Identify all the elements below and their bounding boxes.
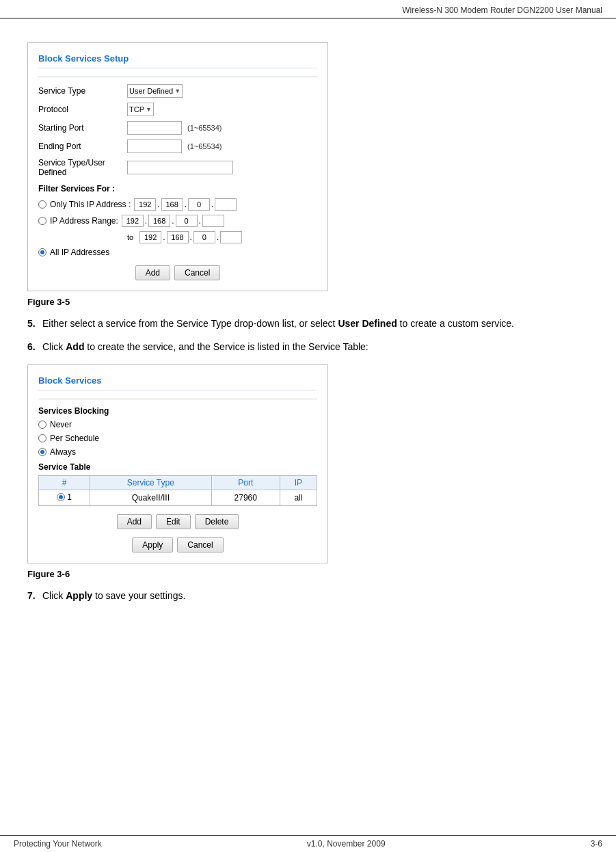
page-header: Wireless-N 300 Modem Router DGN2200 User… [0, 0, 616, 18]
step5-bold: User Defined [338, 318, 397, 329]
table-header-row: # Service Type Port IP [39, 476, 317, 490]
starting-port-control: (1~65534) [127, 121, 222, 135]
ip1-oct3[interactable] [188, 198, 210, 211]
figure5-button-row: Add Cancel [38, 265, 317, 280]
protocol-value: TCP [129, 105, 144, 114]
ip3-oct2[interactable] [167, 231, 189, 243]
ip2-oct4[interactable] [202, 215, 224, 227]
service-user-defined-input[interactable] [127, 161, 233, 174]
per-schedule-row: Per Schedule [38, 434, 317, 443]
figure6-apply-button[interactable]: Apply [132, 537, 173, 553]
step7-text-end: to save your settings. [92, 590, 185, 601]
all-ip-row: All IP Addresses [38, 248, 317, 257]
col-port: Port [211, 476, 280, 490]
service-type-arrow: ▼ [174, 88, 180, 94]
figure-6-title: Block Services [38, 375, 317, 390]
starting-port-hint: (1~65534) [187, 124, 222, 132]
service-type-control: User Defined ▼ [127, 84, 183, 98]
table-cell-port: 27960 [211, 490, 280, 506]
table-row-radio[interactable] [57, 493, 65, 501]
always-label: Always [50, 447, 76, 457]
figure6-apply-buttons: Apply Cancel [38, 537, 317, 553]
all-ip-label: All IP Addresses [50, 248, 109, 257]
only-this-ip-row: Only This IP Address : . . . [38, 198, 317, 211]
ip1-oct2[interactable] [161, 198, 183, 211]
always-radio[interactable] [38, 448, 46, 456]
ending-port-input[interactable] [127, 139, 182, 153]
step6-bold: Add [66, 341, 84, 352]
ip2-oct1[interactable] [122, 215, 144, 227]
protocol-arrow: ▼ [146, 106, 152, 113]
step-7: 7. Click Apply to save your settings. [27, 589, 589, 604]
ip-range-radio[interactable] [38, 217, 46, 225]
ip1-oct4[interactable] [215, 198, 237, 211]
ip-range-from-group: . . . [122, 215, 224, 227]
starting-port-row: Starting Port (1~65534) [38, 121, 317, 135]
starting-port-label: Starting Port [38, 123, 127, 133]
ip1-oct1[interactable] [134, 198, 156, 211]
ending-port-control: (1~65534) [127, 139, 222, 153]
footer-left: Protecting Your Network [14, 839, 102, 849]
services-blocking-label: Services Blocking [38, 406, 317, 416]
step7-content: Click Apply to save your settings. [42, 589, 589, 604]
ip2-oct2[interactable] [148, 215, 170, 227]
always-row: Always [38, 447, 317, 457]
all-ip-radio[interactable] [38, 248, 46, 256]
ip3-oct3[interactable] [193, 231, 215, 243]
step6-text-end: to create the service, and the Service i… [84, 341, 368, 352]
col-ip: IP [280, 476, 317, 490]
footer-right: 3-6 [591, 839, 602, 849]
footer-center: v1.0, November 2009 [307, 839, 386, 849]
only-this-ip-label: Only This IP Address : [50, 200, 131, 209]
figure5-caption: Figure 3-5 [27, 297, 589, 307]
step5-text-end: to create a custom service. [397, 318, 514, 329]
service-type-value: User Defined [129, 87, 173, 95]
step-5: 5. Either select a service from the Serv… [27, 317, 589, 332]
figure6-edit-buttons: Add Edit Delete [38, 514, 317, 529]
ip2-oct3[interactable] [176, 215, 198, 227]
col-hash: # [39, 476, 90, 490]
ip-range-row: IP Address Range: . . . [38, 215, 317, 227]
service-type-select[interactable]: User Defined ▼ [127, 84, 183, 98]
table-cell-service: QuakeII/III [90, 490, 212, 506]
per-schedule-label: Per Schedule [50, 434, 99, 443]
protocol-row: Protocol TCP ▼ [38, 103, 317, 116]
ip3-oct1[interactable] [139, 231, 161, 243]
service-type-label: Service Type [38, 86, 127, 96]
col-service-type: Service Type [90, 476, 212, 490]
starting-port-input[interactable] [127, 121, 182, 135]
figure6-cancel-button[interactable]: Cancel [177, 537, 223, 553]
figure5-add-button[interactable]: Add [135, 265, 170, 280]
ip3-oct4[interactable] [220, 231, 242, 243]
never-row: Never [38, 420, 317, 429]
ip-range-label: IP Address Range: [50, 216, 118, 226]
never-radio[interactable] [38, 421, 46, 429]
ending-port-row: Ending Port (1~65534) [38, 139, 317, 153]
figure-5-box: Block Services Setup Service Type User D… [27, 42, 328, 291]
never-label: Never [50, 420, 72, 429]
service-user-defined-row: Service Type/User Defined [38, 158, 317, 177]
content-area: Block Services Setup Service Type User D… [0, 18, 616, 653]
service-user-defined-control [127, 161, 233, 174]
figure6-delete-button[interactable]: Delete [195, 514, 239, 529]
protocol-select[interactable]: TCP ▼ [127, 103, 154, 116]
per-schedule-radio[interactable] [38, 434, 46, 442]
ip-range-to-group: . . . [139, 231, 242, 243]
figure6-edit-button[interactable]: Edit [156, 514, 191, 529]
figure5-cancel-button[interactable]: Cancel [174, 265, 220, 280]
figure-6-box: Block Services Services Blocking Never P… [27, 364, 328, 563]
figure-5-title: Block Services Setup [38, 53, 317, 68]
step7-number: 7. [27, 589, 42, 604]
only-this-ip-radio[interactable] [38, 200, 46, 209]
service-type-row: Service Type User Defined ▼ [38, 84, 317, 98]
ending-port-hint: (1~65534) [187, 142, 222, 150]
table-cell-radio: 1 [39, 490, 90, 506]
protocol-label: Protocol [38, 105, 127, 114]
step5-number: 5. [27, 317, 42, 332]
filter-section-title: Filter Services For : [38, 184, 317, 194]
step7-bold: Apply [66, 590, 92, 601]
protocol-control: TCP ▼ [127, 103, 154, 116]
figure6-caption: Figure 3-6 [27, 569, 589, 579]
figure6-add-button[interactable]: Add [117, 514, 152, 529]
step5-content: Either select a service from the Service… [42, 317, 589, 332]
